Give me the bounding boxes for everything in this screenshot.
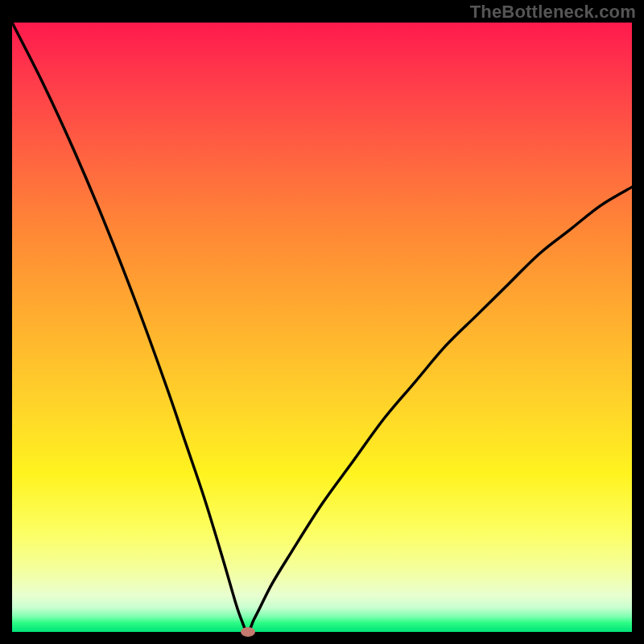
watermark-text: TheBottleneck.com [470,2,636,23]
chart-frame: TheBottleneck.com [0,0,644,644]
plot-area [12,23,632,632]
background-gradient [12,23,632,632]
minimum-marker [241,627,255,637]
